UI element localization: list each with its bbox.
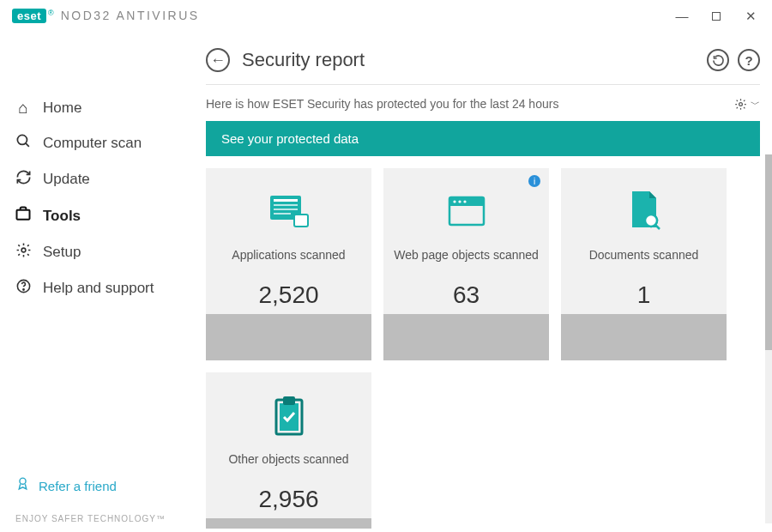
sidebar-item-label: Update <box>43 171 90 188</box>
card-web-objects[interactable]: i Web page objects scanned 63 <box>383 168 549 360</box>
svg-rect-2 <box>17 210 30 220</box>
card-value: 2,956 <box>258 486 318 513</box>
nav-list: ⌂ Home Computer scan Update Tools <box>0 91 197 306</box>
sidebar-item-label: Computer scan <box>43 135 142 152</box>
sidebar-item-label: Tools <box>43 208 81 225</box>
svg-point-7 <box>739 102 743 106</box>
briefcase-icon <box>14 205 33 227</box>
help-icon <box>14 278 33 299</box>
card-footer <box>383 314 549 360</box>
gear-icon <box>734 98 747 111</box>
clipboard-check-icon <box>271 391 307 439</box>
card-value: 63 <box>453 281 479 309</box>
window-controls: — ✕ <box>674 9 765 22</box>
svg-rect-10 <box>274 204 298 206</box>
chevron-down-icon: ﹀ <box>751 98 760 111</box>
gear-icon <box>14 242 33 263</box>
card-applications[interactable]: Applications scanned 2,520 <box>206 168 371 360</box>
page-title: Security report <box>242 49 365 71</box>
card-footer <box>206 314 371 360</box>
maximize-button[interactable] <box>709 9 724 22</box>
info-icon[interactable]: i <box>528 175 540 187</box>
refer-label: Refer a friend <box>39 479 117 493</box>
card-value: 1 <box>637 281 651 309</box>
document-search-icon <box>625 187 663 235</box>
sidebar-item-scan[interactable]: Computer scan <box>0 125 197 161</box>
svg-point-6 <box>20 478 26 484</box>
page-header: ← Security report ? <box>206 48 760 85</box>
titlebar: eset ® NOD32 ANTIVIRUS — ✕ <box>0 0 772 31</box>
svg-point-17 <box>458 200 461 203</box>
svg-rect-11 <box>274 209 298 210</box>
brand: eset ® NOD32 ANTIVIRUS <box>12 9 200 23</box>
browser-icon <box>446 187 487 235</box>
svg-point-3 <box>21 248 26 252</box>
tagline: ENJOY SAFER TECHNOLOGY™ <box>0 504 197 532</box>
svg-rect-12 <box>274 213 291 215</box>
svg-point-18 <box>463 200 466 203</box>
card-label: Web page objects scanned <box>394 247 539 276</box>
product-name: NOD32 ANTIVIRUS <box>61 9 200 22</box>
refresh-icon <box>14 169 33 190</box>
svg-rect-25 <box>283 396 295 405</box>
card-value: 2,520 <box>258 281 318 309</box>
card-footer <box>206 518 371 529</box>
svg-rect-9 <box>274 199 298 202</box>
sidebar-item-tools[interactable]: Tools <box>0 197 197 234</box>
applications-icon <box>267 187 311 235</box>
brand-registered: ® <box>48 9 54 17</box>
brand-badge: eset <box>12 9 46 23</box>
award-icon <box>15 476 30 495</box>
sidebar-item-label: Help and support <box>43 280 154 297</box>
card-other-objects[interactable]: Other objects scanned 2,956 <box>206 372 371 529</box>
sidebar-item-label: Home <box>43 100 81 117</box>
card-label: Other objects scanned <box>228 451 348 481</box>
banner-text: See your protected data <box>221 131 359 146</box>
settings-dropdown[interactable]: ﹀ <box>734 98 760 111</box>
svg-line-22 <box>655 225 660 229</box>
subtitle-text: Here is how ESET Security has protected … <box>206 97 558 111</box>
svg-point-5 <box>22 289 23 290</box>
svg-point-0 <box>17 135 27 144</box>
sidebar-item-setup[interactable]: Setup <box>0 234 197 270</box>
card-label: Documents scanned <box>589 247 699 276</box>
main-content: ← Security report ? Here is how ESET Sec… <box>197 31 772 532</box>
sidebar-item-help[interactable]: Help and support <box>0 270 197 306</box>
close-button[interactable]: ✕ <box>743 9 758 22</box>
card-label: Applications scanned <box>232 247 345 276</box>
refer-friend-link[interactable]: Refer a friend <box>0 468 197 504</box>
scrollbar-thumb[interactable] <box>765 154 772 350</box>
svg-point-16 <box>453 200 455 203</box>
svg-rect-13 <box>294 215 308 227</box>
home-icon: ⌂ <box>14 99 33 118</box>
svg-line-1 <box>25 143 28 147</box>
minimize-button[interactable]: — <box>674 9 690 22</box>
sidebar-item-update[interactable]: Update <box>0 161 197 197</box>
back-button[interactable]: ← <box>206 48 230 72</box>
search-icon <box>14 133 33 154</box>
reload-button[interactable] <box>707 49 729 71</box>
sidebar: ⌂ Home Computer scan Update Tools <box>0 31 197 532</box>
card-documents[interactable]: Documents scanned 1 <box>561 168 727 360</box>
cards-grid: Applications scanned 2,520 i Web page ob… <box>206 168 760 529</box>
card-footer <box>561 314 727 360</box>
help-button[interactable]: ? <box>738 49 760 71</box>
sidebar-item-label: Setup <box>43 244 81 261</box>
subheader: Here is how ESET Security has protected … <box>206 85 760 121</box>
sidebar-item-home[interactable]: ⌂ Home <box>0 91 197 125</box>
protected-data-banner[interactable]: See your protected data <box>206 121 760 156</box>
